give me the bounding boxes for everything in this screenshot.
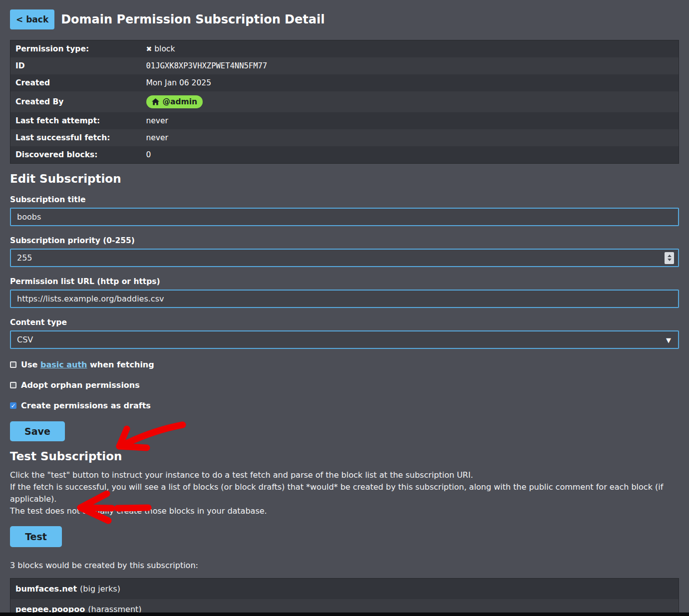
subscription-title-label: Subscription title bbox=[10, 195, 679, 204]
subscription-priority-label: Subscription priority (0-255) bbox=[10, 236, 679, 245]
table-row: Permission type: ✖block bbox=[10, 40, 679, 58]
permission-list-url-input[interactable] bbox=[10, 290, 679, 308]
created-date-value: Mon Jan 06 2025 bbox=[141, 74, 679, 91]
check-label: Create permissions as drafts bbox=[21, 401, 151, 410]
description-line: The test does not actually create those … bbox=[10, 505, 679, 517]
save-button[interactable]: Save bbox=[10, 421, 65, 441]
spinner-up-icon[interactable] bbox=[668, 255, 672, 257]
table-row: Last fetch attempt: never bbox=[10, 112, 679, 129]
row-label: Created bbox=[10, 74, 141, 91]
row-label: Created By bbox=[10, 91, 141, 112]
window-bottom-edge bbox=[0, 613, 689, 616]
priority-value: 255 bbox=[17, 253, 32, 263]
block-x-icon: ✖ bbox=[146, 45, 152, 53]
table-row: Created By @admin bbox=[10, 91, 679, 112]
basic-auth-link[interactable]: basic auth bbox=[40, 360, 87, 369]
test-description: Click the "test" button to instruct your… bbox=[10, 469, 679, 517]
basic-auth-check-row: Use basic auth when fetching bbox=[10, 360, 679, 369]
block-result-list: bumfaces.net(big jerks) peepee.poopoo(ha… bbox=[10, 578, 679, 616]
back-button[interactable]: < back bbox=[10, 9, 54, 29]
edit-subscription-heading: Edit Subscription bbox=[10, 172, 679, 185]
last-fetch-attempt-value: never bbox=[141, 112, 679, 129]
block-domain: bumfaces.net bbox=[15, 584, 77, 594]
chevron-down-icon: ▼ bbox=[666, 336, 671, 343]
create-drafts-checkbox[interactable]: ✓ bbox=[10, 402, 16, 409]
content-type-value: CSV bbox=[17, 335, 33, 344]
spinner-down-icon[interactable] bbox=[668, 259, 672, 261]
table-row: Created Mon Jan 06 2025 bbox=[10, 74, 679, 91]
row-label: Last fetch attempt: bbox=[10, 112, 141, 129]
block-comment: (big jerks) bbox=[80, 584, 120, 594]
home-icon bbox=[152, 98, 159, 105]
row-label: Discovered blocks: bbox=[10, 146, 141, 164]
content-type-select[interactable]: CSV ▼ bbox=[10, 330, 679, 349]
row-value: @admin bbox=[141, 91, 679, 112]
page-header: < back Domain Permission Subscription De… bbox=[10, 0, 679, 29]
table-row: Last successful fetch: never bbox=[10, 129, 679, 146]
check-label: Use basic auth when fetching bbox=[21, 360, 154, 369]
page-title: Domain Permission Subscription Detail bbox=[61, 12, 325, 26]
row-label: Permission type: bbox=[10, 40, 141, 58]
row-label: Last successful fetch: bbox=[10, 129, 141, 146]
content-type-label: Content type bbox=[10, 318, 679, 327]
test-subscription-heading: Test Subscription bbox=[10, 450, 679, 463]
subscription-info-table: Permission type: ✖block ID 01JGXK8XP3VHX… bbox=[10, 40, 679, 164]
row-label: ID bbox=[10, 57, 141, 74]
description-line: If the fetch is successful, you will see… bbox=[10, 481, 679, 505]
subscription-title-input[interactable] bbox=[10, 208, 679, 226]
created-by-badge[interactable]: @admin bbox=[146, 95, 203, 108]
table-row: ID 01JGXK8XP3VHXZPWET4NN5FM77 bbox=[10, 57, 679, 74]
discovered-blocks-value: 0 bbox=[141, 146, 679, 164]
description-line: Click the "test" button to instruct your… bbox=[10, 469, 679, 481]
adopt-orphans-checkbox[interactable] bbox=[10, 382, 16, 388]
basic-auth-checkbox[interactable] bbox=[10, 361, 16, 368]
last-successful-fetch-value: never bbox=[141, 129, 679, 146]
permission-list-url-label: Permission list URL (http or https) bbox=[10, 277, 679, 286]
created-by-handle: @admin bbox=[163, 97, 198, 106]
subscription-priority-input[interactable]: 255 bbox=[10, 249, 679, 267]
check-label: Adopt orphan permissions bbox=[21, 380, 140, 390]
test-button[interactable]: Test bbox=[10, 526, 62, 547]
check-icon: ✓ bbox=[10, 403, 15, 409]
adopt-orphans-check-row: Adopt orphan permissions bbox=[10, 380, 679, 390]
subscription-id-value: 01JGXK8XP3VHXZPWET4NN5FM77 bbox=[141, 57, 679, 74]
row-value: ✖block bbox=[141, 40, 679, 58]
list-item: bumfaces.net(big jerks) bbox=[10, 579, 679, 599]
create-drafts-check-row: ✓ Create permissions as drafts bbox=[10, 401, 679, 410]
number-spinner[interactable] bbox=[665, 252, 674, 264]
table-row: Discovered blocks: 0 bbox=[10, 146, 679, 164]
permission-type-value: block bbox=[154, 44, 175, 53]
test-result-summary: 3 blocks would be created by this subscr… bbox=[10, 561, 679, 570]
